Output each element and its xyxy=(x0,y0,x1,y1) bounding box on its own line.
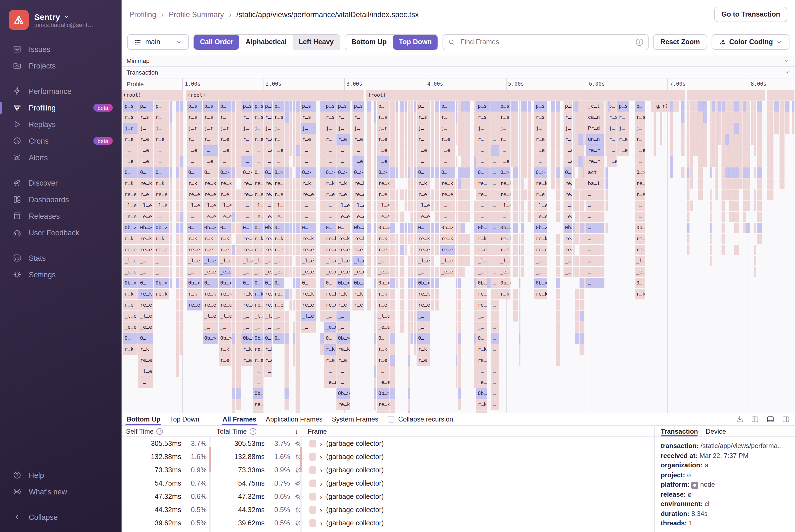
flame-frame[interactable]: _l…e xyxy=(123,201,138,211)
flame-frame[interactable] xyxy=(670,101,673,112)
flame-frame[interactable] xyxy=(518,167,520,178)
flame-frame[interactable] xyxy=(284,145,289,156)
flame-frame[interactable] xyxy=(555,145,560,156)
flame-frame[interactable]: p…s xyxy=(476,101,487,112)
flame-frame[interactable] xyxy=(757,189,762,200)
flame-frame[interactable]: 0…> xyxy=(241,167,252,178)
flame-frame[interactable] xyxy=(374,245,376,255)
flame-frame[interactable]: _l…e xyxy=(635,256,645,266)
flame-frame[interactable] xyxy=(721,112,725,122)
flame-frame[interactable] xyxy=(295,267,300,277)
flame-frame[interactable]: _e…e xyxy=(138,212,153,222)
flame-frame[interactable]: re…k xyxy=(336,399,349,410)
flame-frame[interactable] xyxy=(743,134,746,145)
flame-frame[interactable] xyxy=(289,245,292,255)
flame-frame[interactable]: … xyxy=(491,156,498,167)
self-time-column-header[interactable]: Self Time ? xyxy=(121,426,212,436)
flame-frame[interactable]: p… xyxy=(154,101,169,112)
flame-frame[interactable] xyxy=(289,234,292,244)
flame-frame[interactable] xyxy=(408,344,410,355)
flame-frame[interactable] xyxy=(289,112,292,122)
flame-frame[interactable]: _l…e xyxy=(352,256,364,266)
flame-frame[interactable]: p…s xyxy=(203,101,218,112)
flame-frame[interactable] xyxy=(235,167,241,178)
flame-frame[interactable] xyxy=(465,134,470,145)
flame-frame[interactable]: r…s xyxy=(138,112,153,122)
flame-frame[interactable]: re…e xyxy=(336,245,349,255)
flame-frame[interactable]: _… xyxy=(154,267,169,277)
flame-frame[interactable] xyxy=(458,201,460,211)
flame-frame[interactable] xyxy=(555,101,560,112)
flame-frame[interactable] xyxy=(579,212,584,222)
flame-frame[interactable] xyxy=(410,289,413,300)
flame-frame[interactable]: j… xyxy=(476,123,487,134)
flame-frame[interactable]: _…e xyxy=(219,145,231,156)
flame-frame[interactable]: 0… xyxy=(253,223,263,233)
flame-frame[interactable] xyxy=(180,178,183,189)
flame-frame[interactable] xyxy=(395,267,398,277)
flame-frame[interactable] xyxy=(734,201,739,211)
flame-frame[interactable] xyxy=(395,201,398,211)
flame-frame[interactable] xyxy=(461,256,465,266)
flame-frame[interactable]: … xyxy=(586,201,604,211)
flame-frame[interactable] xyxy=(320,333,323,344)
flame-frame[interactable] xyxy=(690,145,693,156)
flame-frame[interactable] xyxy=(474,289,475,300)
flame-frame[interactable]: r…e xyxy=(219,245,231,255)
flame-frame[interactable] xyxy=(710,212,712,222)
flame-frame[interactable]: j… xyxy=(498,123,510,134)
flame-frame[interactable] xyxy=(739,145,742,156)
flame-frame[interactable] xyxy=(461,189,465,200)
flame-frame[interactable] xyxy=(524,134,527,145)
flame-frame[interactable]: _e…e xyxy=(324,377,336,388)
flame-frame[interactable]: _l…e xyxy=(253,256,263,266)
flame-frame[interactable] xyxy=(295,388,300,399)
flame-frame[interactable]: r… xyxy=(498,134,510,145)
flame-frame[interactable]: r…k xyxy=(187,234,202,244)
flame-frame[interactable] xyxy=(579,167,583,178)
flame-frame[interactable] xyxy=(366,134,371,145)
flame-frame[interactable]: re…k xyxy=(300,289,316,300)
flame-frame[interactable] xyxy=(455,245,457,255)
flame-frame[interactable]: _… xyxy=(336,156,349,167)
flame-frame[interactable] xyxy=(608,101,610,112)
flame-frame[interactable]: r…e xyxy=(138,189,153,200)
expand-chevron-icon[interactable]: › xyxy=(320,493,322,501)
flame-frame[interactable] xyxy=(746,189,750,200)
flame-frame[interactable] xyxy=(754,267,756,277)
flame-frame[interactable]: _… xyxy=(300,156,316,167)
flame-frame[interactable] xyxy=(754,189,756,200)
flame-frame[interactable] xyxy=(513,245,518,255)
flame-frame[interactable] xyxy=(712,101,715,112)
flame-frame[interactable] xyxy=(232,300,235,310)
flame-frame[interactable] xyxy=(606,145,608,156)
flame-frame[interactable] xyxy=(511,145,512,156)
flame-frame[interactable] xyxy=(410,189,413,200)
flame-frame[interactable]: re…e xyxy=(300,245,316,255)
flame-frame[interactable]: _e…e xyxy=(352,267,364,277)
flame-frame[interactable]: r…e xyxy=(352,245,364,255)
flame-frame[interactable] xyxy=(232,245,235,255)
flame-frame[interactable] xyxy=(170,189,173,200)
flame-frame[interactable] xyxy=(458,112,460,122)
flame-frame[interactable]: 0… xyxy=(416,223,430,233)
flame-frame[interactable] xyxy=(681,123,684,134)
flame-frame[interactable] xyxy=(366,256,371,266)
flame-frame[interactable] xyxy=(431,245,434,255)
flame-frame[interactable]: _… xyxy=(324,212,336,222)
flame-frame[interactable] xyxy=(408,322,410,332)
flame-frame[interactable]: 0b…> xyxy=(187,278,202,288)
flame-frame[interactable] xyxy=(474,212,475,222)
flame-frame[interactable] xyxy=(235,278,241,288)
flame-frame[interactable] xyxy=(768,145,770,156)
flame-frame[interactable] xyxy=(235,123,241,134)
collapse-recursion-checkbox[interactable]: Collapse recursion xyxy=(388,415,453,423)
flame-frame[interactable] xyxy=(579,134,583,145)
flame-frame[interactable]: _… xyxy=(187,267,202,277)
flame-frame[interactable]: 0b…> xyxy=(352,223,364,233)
flame-frame[interactable] xyxy=(320,234,323,244)
flame-frame[interactable] xyxy=(698,101,703,112)
flame-frame[interactable]: r…e xyxy=(324,189,336,200)
flame-frame[interactable] xyxy=(768,178,770,189)
flame-frame[interactable] xyxy=(180,145,183,156)
